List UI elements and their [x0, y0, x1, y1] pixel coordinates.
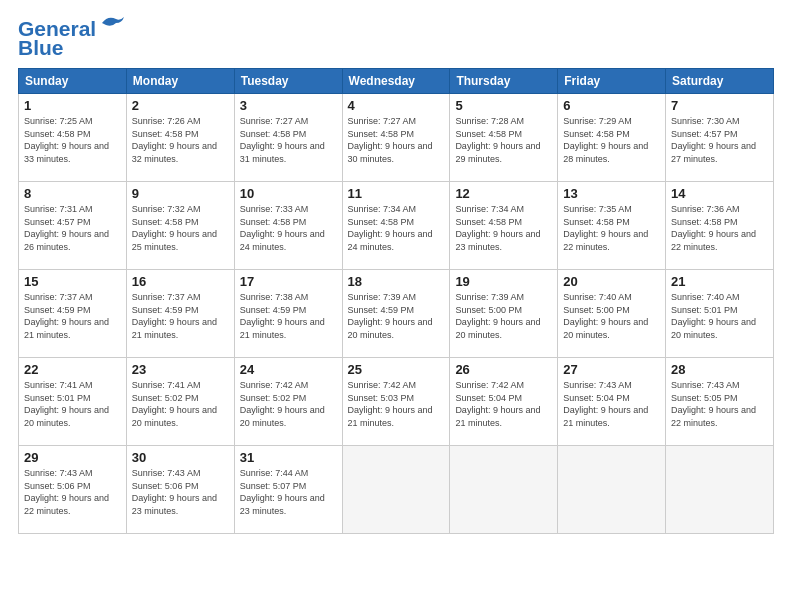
calendar-cell: 13Sunrise: 7:35 AM Sunset: 4:58 PM Dayli…	[558, 182, 666, 270]
day-number: 5	[455, 98, 552, 113]
calendar-cell: 16Sunrise: 7:37 AM Sunset: 4:59 PM Dayli…	[126, 270, 234, 358]
calendar-table: Sunday Monday Tuesday Wednesday Thursday…	[18, 68, 774, 534]
calendar-cell: 30Sunrise: 7:43 AM Sunset: 5:06 PM Dayli…	[126, 446, 234, 534]
calendar-cell: 22Sunrise: 7:41 AM Sunset: 5:01 PM Dayli…	[19, 358, 127, 446]
calendar-cell: 10Sunrise: 7:33 AM Sunset: 4:58 PM Dayli…	[234, 182, 342, 270]
calendar-cell: 21Sunrise: 7:40 AM Sunset: 5:01 PM Dayli…	[666, 270, 774, 358]
cell-info: Sunrise: 7:42 AM Sunset: 5:02 PM Dayligh…	[240, 379, 337, 429]
cell-info: Sunrise: 7:43 AM Sunset: 5:04 PM Dayligh…	[563, 379, 660, 429]
cell-info: Sunrise: 7:29 AM Sunset: 4:58 PM Dayligh…	[563, 115, 660, 165]
cell-info: Sunrise: 7:27 AM Sunset: 4:58 PM Dayligh…	[348, 115, 445, 165]
cell-info: Sunrise: 7:39 AM Sunset: 5:00 PM Dayligh…	[455, 291, 552, 341]
calendar-cell	[342, 446, 450, 534]
cell-info: Sunrise: 7:39 AM Sunset: 4:59 PM Dayligh…	[348, 291, 445, 341]
cell-info: Sunrise: 7:40 AM Sunset: 5:01 PM Dayligh…	[671, 291, 768, 341]
col-friday: Friday	[558, 69, 666, 94]
day-number: 3	[240, 98, 337, 113]
cell-info: Sunrise: 7:33 AM Sunset: 4:58 PM Dayligh…	[240, 203, 337, 253]
calendar-cell: 26Sunrise: 7:42 AM Sunset: 5:04 PM Dayli…	[450, 358, 558, 446]
calendar-week-row: 1Sunrise: 7:25 AM Sunset: 4:58 PM Daylig…	[19, 94, 774, 182]
calendar-cell: 7Sunrise: 7:30 AM Sunset: 4:57 PM Daylig…	[666, 94, 774, 182]
calendar-cell: 8Sunrise: 7:31 AM Sunset: 4:57 PM Daylig…	[19, 182, 127, 270]
cell-info: Sunrise: 7:30 AM Sunset: 4:57 PM Dayligh…	[671, 115, 768, 165]
calendar-cell: 23Sunrise: 7:41 AM Sunset: 5:02 PM Dayli…	[126, 358, 234, 446]
day-number: 29	[24, 450, 121, 465]
calendar-cell	[666, 446, 774, 534]
day-number: 18	[348, 274, 445, 289]
calendar-cell: 3Sunrise: 7:27 AM Sunset: 4:58 PM Daylig…	[234, 94, 342, 182]
calendar-week-row: 22Sunrise: 7:41 AM Sunset: 5:01 PM Dayli…	[19, 358, 774, 446]
day-number: 11	[348, 186, 445, 201]
day-number: 26	[455, 362, 552, 377]
day-number: 13	[563, 186, 660, 201]
calendar-cell: 4Sunrise: 7:27 AM Sunset: 4:58 PM Daylig…	[342, 94, 450, 182]
calendar-cell: 24Sunrise: 7:42 AM Sunset: 5:02 PM Dayli…	[234, 358, 342, 446]
cell-info: Sunrise: 7:35 AM Sunset: 4:58 PM Dayligh…	[563, 203, 660, 253]
calendar-cell: 28Sunrise: 7:43 AM Sunset: 5:05 PM Dayli…	[666, 358, 774, 446]
calendar-cell: 12Sunrise: 7:34 AM Sunset: 4:58 PM Dayli…	[450, 182, 558, 270]
calendar-cell: 14Sunrise: 7:36 AM Sunset: 4:58 PM Dayli…	[666, 182, 774, 270]
logo: General Blue	[18, 18, 126, 58]
cell-info: Sunrise: 7:36 AM Sunset: 4:58 PM Dayligh…	[671, 203, 768, 253]
day-number: 30	[132, 450, 229, 465]
day-number: 17	[240, 274, 337, 289]
day-number: 8	[24, 186, 121, 201]
page: General Blue Sunday Monday Tuesday Wedne…	[0, 0, 792, 612]
cell-info: Sunrise: 7:32 AM Sunset: 4:58 PM Dayligh…	[132, 203, 229, 253]
cell-info: Sunrise: 7:42 AM Sunset: 5:03 PM Dayligh…	[348, 379, 445, 429]
calendar-cell	[450, 446, 558, 534]
calendar-cell: 31Sunrise: 7:44 AM Sunset: 5:07 PM Dayli…	[234, 446, 342, 534]
col-saturday: Saturday	[666, 69, 774, 94]
calendar-cell	[558, 446, 666, 534]
calendar-cell: 5Sunrise: 7:28 AM Sunset: 4:58 PM Daylig…	[450, 94, 558, 182]
day-number: 1	[24, 98, 121, 113]
cell-info: Sunrise: 7:28 AM Sunset: 4:58 PM Dayligh…	[455, 115, 552, 165]
day-number: 15	[24, 274, 121, 289]
day-number: 6	[563, 98, 660, 113]
cell-info: Sunrise: 7:43 AM Sunset: 5:06 PM Dayligh…	[132, 467, 229, 517]
calendar-cell: 29Sunrise: 7:43 AM Sunset: 5:06 PM Dayli…	[19, 446, 127, 534]
cell-info: Sunrise: 7:34 AM Sunset: 4:58 PM Dayligh…	[455, 203, 552, 253]
day-number: 25	[348, 362, 445, 377]
calendar-week-row: 8Sunrise: 7:31 AM Sunset: 4:57 PM Daylig…	[19, 182, 774, 270]
col-tuesday: Tuesday	[234, 69, 342, 94]
calendar-header-row: Sunday Monday Tuesday Wednesday Thursday…	[19, 69, 774, 94]
day-number: 21	[671, 274, 768, 289]
day-number: 19	[455, 274, 552, 289]
cell-info: Sunrise: 7:41 AM Sunset: 5:01 PM Dayligh…	[24, 379, 121, 429]
calendar-cell: 2Sunrise: 7:26 AM Sunset: 4:58 PM Daylig…	[126, 94, 234, 182]
day-number: 9	[132, 186, 229, 201]
cell-info: Sunrise: 7:34 AM Sunset: 4:58 PM Dayligh…	[348, 203, 445, 253]
day-number: 20	[563, 274, 660, 289]
calendar-cell: 17Sunrise: 7:38 AM Sunset: 4:59 PM Dayli…	[234, 270, 342, 358]
cell-info: Sunrise: 7:25 AM Sunset: 4:58 PM Dayligh…	[24, 115, 121, 165]
cell-info: Sunrise: 7:27 AM Sunset: 4:58 PM Dayligh…	[240, 115, 337, 165]
cell-info: Sunrise: 7:40 AM Sunset: 5:00 PM Dayligh…	[563, 291, 660, 341]
col-wednesday: Wednesday	[342, 69, 450, 94]
cell-info: Sunrise: 7:41 AM Sunset: 5:02 PM Dayligh…	[132, 379, 229, 429]
col-thursday: Thursday	[450, 69, 558, 94]
cell-info: Sunrise: 7:38 AM Sunset: 4:59 PM Dayligh…	[240, 291, 337, 341]
calendar-cell: 18Sunrise: 7:39 AM Sunset: 4:59 PM Dayli…	[342, 270, 450, 358]
calendar-cell: 1Sunrise: 7:25 AM Sunset: 4:58 PM Daylig…	[19, 94, 127, 182]
day-number: 14	[671, 186, 768, 201]
day-number: 27	[563, 362, 660, 377]
calendar-cell: 20Sunrise: 7:40 AM Sunset: 5:00 PM Dayli…	[558, 270, 666, 358]
day-number: 28	[671, 362, 768, 377]
cell-info: Sunrise: 7:37 AM Sunset: 4:59 PM Dayligh…	[24, 291, 121, 341]
day-number: 23	[132, 362, 229, 377]
header: General Blue	[18, 18, 774, 58]
day-number: 31	[240, 450, 337, 465]
calendar-cell: 27Sunrise: 7:43 AM Sunset: 5:04 PM Dayli…	[558, 358, 666, 446]
cell-info: Sunrise: 7:37 AM Sunset: 4:59 PM Dayligh…	[132, 291, 229, 341]
calendar-week-row: 29Sunrise: 7:43 AM Sunset: 5:06 PM Dayli…	[19, 446, 774, 534]
cell-info: Sunrise: 7:43 AM Sunset: 5:06 PM Dayligh…	[24, 467, 121, 517]
day-number: 16	[132, 274, 229, 289]
cell-info: Sunrise: 7:26 AM Sunset: 4:58 PM Dayligh…	[132, 115, 229, 165]
cell-info: Sunrise: 7:44 AM Sunset: 5:07 PM Dayligh…	[240, 467, 337, 517]
calendar-cell: 11Sunrise: 7:34 AM Sunset: 4:58 PM Dayli…	[342, 182, 450, 270]
calendar-cell: 9Sunrise: 7:32 AM Sunset: 4:58 PM Daylig…	[126, 182, 234, 270]
logo-bird-icon	[98, 13, 126, 33]
logo-blue: Blue	[18, 37, 64, 58]
day-number: 4	[348, 98, 445, 113]
